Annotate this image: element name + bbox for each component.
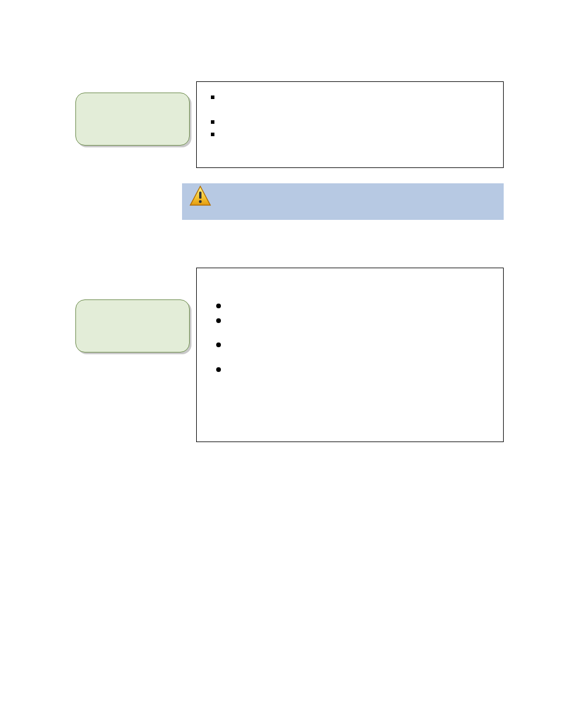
callout-box xyxy=(75,93,190,146)
svg-rect-1 xyxy=(199,192,201,199)
round-bullet-icon xyxy=(216,318,221,323)
callout-box xyxy=(75,299,190,353)
round-bullet-icon xyxy=(216,304,221,308)
content-box xyxy=(196,81,504,168)
round-bullet-icon xyxy=(216,367,221,372)
alert-bar xyxy=(182,183,504,220)
svg-point-2 xyxy=(199,200,202,203)
square-bullet-icon xyxy=(211,133,214,136)
round-bullet-icon xyxy=(216,342,221,347)
warning-icon xyxy=(189,185,212,208)
square-bullet-icon xyxy=(211,95,214,99)
content-box xyxy=(196,268,504,442)
square-bullet-icon xyxy=(211,120,214,124)
